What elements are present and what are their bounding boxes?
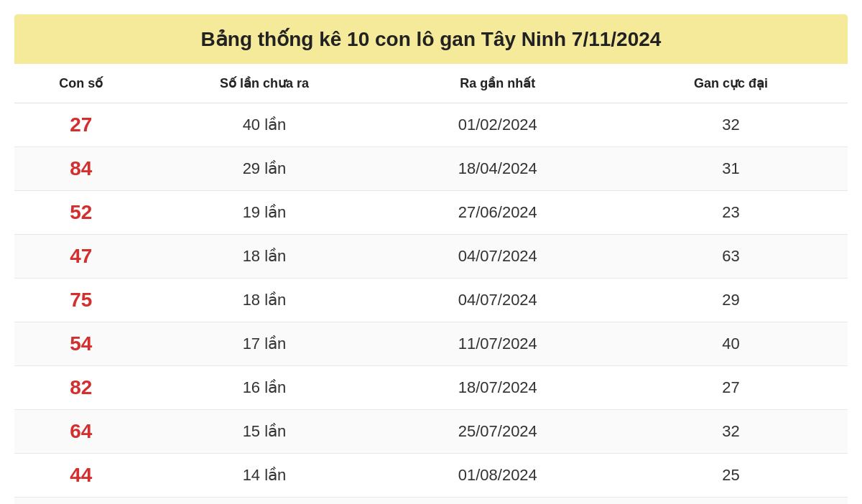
cell-gan-cuc: 55 [614, 498, 848, 505]
table-body: 2740 lần01/02/2024328429 lần18/04/202431… [14, 103, 848, 505]
cell-ra-gan: 11/07/2024 [381, 322, 614, 366]
cell-so-lan: 14 lần [148, 454, 381, 498]
cell-so-lan: 16 lần [148, 366, 381, 410]
cell-ra-gan: 01/02/2024 [381, 103, 614, 147]
cell-so-lan: 19 lần [148, 191, 381, 235]
header-gan-cuc: Gan cực đại [614, 64, 848, 103]
cell-con-so: 52 [14, 191, 148, 235]
header-ra-gan: Ra gần nhất [381, 64, 614, 103]
cell-con-so: 44 [14, 454, 148, 498]
cell-ra-gan: 04/07/2024 [381, 235, 614, 279]
table-row: 6415 lần25/07/202432 [14, 410, 848, 454]
cell-gan-cuc: 63 [614, 235, 848, 279]
cell-so-lan: 40 lần [148, 103, 381, 147]
cell-gan-cuc: 29 [614, 279, 848, 322]
cell-ra-gan: 25/07/2024 [381, 410, 614, 454]
header-con-so: Con số [14, 64, 148, 103]
table-title: Bảng thống kê 10 con lô gan Tây Ninh 7/1… [14, 14, 848, 64]
cell-ra-gan: 04/07/2024 [381, 279, 614, 322]
cell-con-so: 54 [14, 322, 148, 366]
cell-so-lan: 18 lần [148, 235, 381, 279]
cell-con-so: 64 [14, 410, 148, 454]
table-row: 8216 lần18/07/202427 [14, 366, 848, 410]
table-header-row: Con số Số lần chưa ra Ra gần nhất Gan cự… [14, 64, 848, 103]
table-row: 8429 lần18/04/202431 [14, 147, 848, 191]
cell-ra-gan: 18/04/2024 [381, 147, 614, 191]
cell-gan-cuc: 23 [614, 191, 848, 235]
cell-so-lan: 17 lần [148, 322, 381, 366]
table-row: 4414 lần01/08/202425 [14, 454, 848, 498]
table-row: 7518 lần04/07/202429 [14, 279, 848, 322]
cell-ra-gan: 18/07/2024 [381, 366, 614, 410]
cell-gan-cuc: 27 [614, 366, 848, 410]
stats-table: Con số Số lần chưa ra Ra gần nhất Gan cự… [14, 64, 848, 504]
cell-gan-cuc: 25 [614, 454, 848, 498]
cell-ra-gan: 01/08/2024 [381, 454, 614, 498]
cell-so-lan: 14 lần [148, 498, 381, 505]
cell-ra-gan: 27/06/2024 [381, 191, 614, 235]
table-row: 5219 lần27/06/202423 [14, 191, 848, 235]
table-row: 2740 lần01/02/202432 [14, 103, 848, 147]
table-row: 3114 lần01/08/202455 [14, 498, 848, 505]
cell-gan-cuc: 32 [614, 410, 848, 454]
table-row: 5417 lần11/07/202440 [14, 322, 848, 366]
cell-gan-cuc: 31 [614, 147, 848, 191]
cell-con-so: 75 [14, 279, 148, 322]
table-row: 4718 lần04/07/202463 [14, 235, 848, 279]
cell-con-so: 47 [14, 235, 148, 279]
cell-con-so: 82 [14, 366, 148, 410]
cell-con-so: 27 [14, 103, 148, 147]
cell-con-so: 84 [14, 147, 148, 191]
cell-gan-cuc: 40 [614, 322, 848, 366]
cell-ra-gan: 01/08/2024 [381, 498, 614, 505]
cell-so-lan: 29 lần [148, 147, 381, 191]
main-container: Bảng thống kê 10 con lô gan Tây Ninh 7/1… [14, 14, 848, 504]
cell-con-so: 31 [14, 498, 148, 505]
header-so-lan: Số lần chưa ra [148, 64, 381, 103]
cell-gan-cuc: 32 [614, 103, 848, 147]
cell-so-lan: 15 lần [148, 410, 381, 454]
cell-so-lan: 18 lần [148, 279, 381, 322]
